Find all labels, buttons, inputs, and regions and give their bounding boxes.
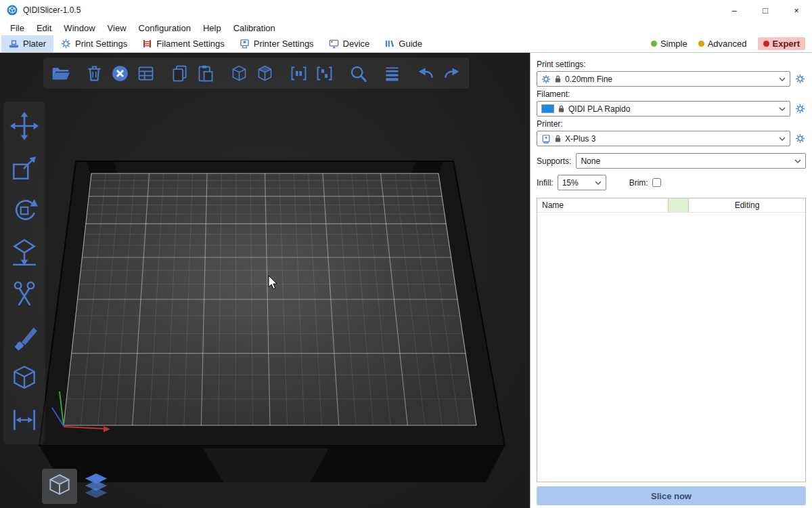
redo-button[interactable] [441,62,462,84]
undo-button[interactable] [415,62,436,84]
tab-label: Print Settings [75,39,127,49]
bed-clip-left [87,162,118,175]
menu-help[interactable]: Help [197,23,227,33]
tabbar: Plater Print Settings Filament Settings [0,35,812,53]
tab-guide[interactable]: Guide [377,35,430,52]
measure-button[interactable] [8,404,41,436]
paint-supports-button[interactable] [8,320,41,352]
menu-calibration[interactable]: Calibration [227,23,281,33]
remove-instance-button[interactable] [254,62,275,84]
cut-icon [9,278,40,310]
mode-advanced[interactable]: Advanced [698,39,747,49]
arrange-button[interactable] [135,62,156,84]
printer-label: Printer: [537,119,806,129]
slice-now-button[interactable]: Slice now [537,486,806,505]
split-parts-button[interactable] [314,62,335,84]
split-objects-button[interactable] [288,62,309,84]
viewport-canvas[interactable] [0,53,530,508]
copy-button[interactable] [169,62,190,84]
column-header-extruder [669,198,689,212]
preview-button[interactable] [78,469,114,504]
menu-configuration[interactable]: Configuration [133,23,197,33]
print-settings-gear-button[interactable] [794,72,806,86]
tab-plater[interactable]: Plater [1,35,53,52]
menu-file[interactable]: File [4,23,30,33]
menu-window[interactable]: Window [58,23,101,33]
device-icon [329,39,339,49]
search-button[interactable] [348,62,369,84]
object-toolbar [43,58,469,89]
menu-edit[interactable]: Edit [30,23,58,33]
guide-icon [384,39,394,49]
split-objects-icon [289,64,309,83]
paint-supports-icon [9,320,40,352]
gear-icon [795,133,805,144]
mode-simple[interactable]: Simple [651,39,687,49]
delete-all-button[interactable] [110,62,131,84]
tab-printer-settings[interactable]: Printer Settings [232,35,321,52]
open-button[interactable] [50,62,71,84]
mode-label: Simple [660,39,687,49]
delete-button[interactable] [84,62,105,84]
menu-view[interactable]: View [102,23,133,33]
infill-value: 15% [562,178,591,188]
expert-dot-icon [763,41,769,47]
print-settings-label: Print settings: [537,60,806,69]
gizmo-toolbar [3,102,45,444]
tab-device[interactable]: Device [321,35,378,52]
column-header-name: Name [537,198,669,212]
rotate-button[interactable] [8,194,41,226]
lock-icon [554,75,562,83]
printer-value: X-Plus 3 [565,134,775,144]
print-profile-combo[interactable]: 0.20mm Fine [537,71,790,87]
filament-value: QIDI PLA Rapido [568,104,775,114]
brim-checkbox[interactable] [652,178,661,187]
place-on-face-button[interactable] [8,236,41,268]
settings-panel: Print settings: 0.20mm Fine [530,53,812,508]
add-instance-icon [229,64,249,83]
layer-height-button[interactable] [382,62,403,84]
infill-combo[interactable]: 15% [558,175,606,190]
search-icon [348,64,368,83]
arrange-icon [136,64,156,83]
mode-label: Advanced [708,39,747,49]
mode-switcher: Simple Advanced Expert [651,35,812,52]
seam-button[interactable] [8,362,41,394]
add-instance-button[interactable] [229,62,250,84]
paste-button[interactable] [195,62,216,84]
printer-settings-gear-button[interactable] [794,132,806,146]
print-settings-icon [61,39,71,49]
minimize-button[interactable]: – [719,0,750,20]
scale-button[interactable] [8,152,41,184]
titlebar: QIDISlicer-1.0.5 – □ × [0,0,812,20]
tab-label: Device [343,39,370,49]
tab-filament-settings[interactable]: Filament Settings [135,35,231,52]
main-area: Print settings: 0.20mm Fine [0,53,812,508]
split-parts-icon [315,64,334,83]
tab-label: Plater [23,39,46,49]
preview-layers-icon [82,472,110,501]
filament-settings-gear-button[interactable] [794,102,806,116]
filament-combo[interactable]: QIDI PLA Rapido [537,101,790,117]
mode-expert[interactable]: Expert [758,37,805,50]
copy-icon [170,64,189,83]
close-button[interactable]: × [781,0,812,20]
maximize-button[interactable]: □ [750,0,781,20]
cut-button[interactable] [8,278,41,310]
tab-label: Printer Settings [254,39,314,49]
move-button[interactable] [8,110,41,142]
mouse-cursor [268,275,278,290]
gear-icon [795,104,805,114]
print-bed [0,53,530,508]
view-switcher [42,469,114,504]
window-title: QIDISlicer-1.0.5 [23,5,81,15]
object-list-body[interactable] [537,213,805,482]
window-controls: – □ × [719,0,812,20]
supports-combo[interactable]: None [576,153,806,169]
trash-icon [85,64,104,83]
tab-print-settings[interactable]: Print Settings [53,35,135,52]
printer-icon [541,134,551,144]
view-3d-button[interactable] [42,469,77,504]
printer-combo[interactable]: X-Plus 3 [537,131,790,146]
tab-label: Filament Settings [156,39,224,49]
